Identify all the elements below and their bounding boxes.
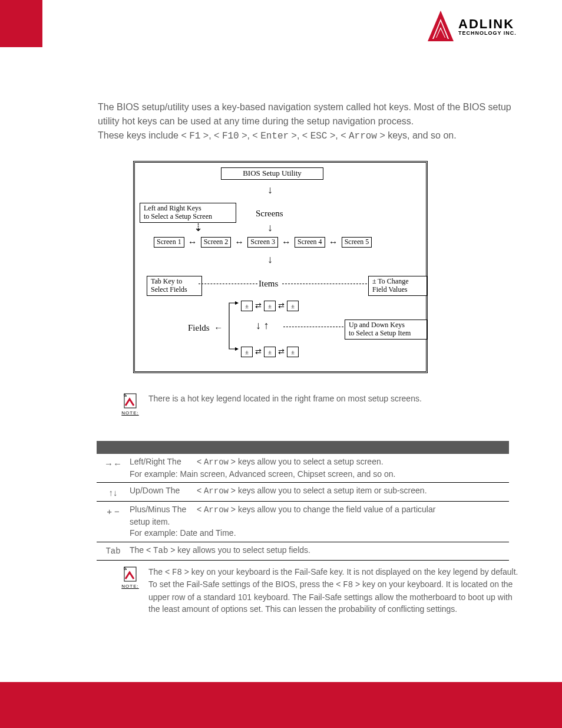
key-arrow: Arrow — [204, 505, 229, 515]
fields-row-2: ± ⇄ ± ⇄ ± — [241, 347, 299, 357]
key-f1: F1 — [189, 131, 200, 141]
key-enter: Enter — [260, 131, 289, 141]
hswap-arrow-icon: ⇄ — [278, 302, 285, 311]
row-label: Plus/Minus The — [130, 504, 194, 516]
row-example: For example: Date and Time. — [130, 528, 236, 538]
row-label: Up/Down The — [130, 485, 194, 497]
key-f8: F8 — [343, 580, 353, 589]
footer-accent — [0, 682, 562, 728]
diagram-title-box: BIOS Setup Utility — [221, 167, 323, 180]
field-cell: ± — [287, 301, 299, 311]
items-label: Items — [259, 279, 278, 289]
note-block-2: NOTE: The < F8 > key on your keyboard is… — [120, 566, 521, 615]
svg-marker-6 — [235, 347, 239, 351]
row-example: For example: Main screen, Advanced scree… — [130, 469, 395, 479]
key-esc: ESC — [310, 131, 328, 141]
hswap-arrow-icon: ↔ — [329, 237, 338, 248]
field-row-bracket — [224, 299, 239, 355]
adlink-logo: ADLINK TECHNOLOGY INC. — [428, 11, 550, 46]
screen-4-box: Screen 4 — [295, 237, 325, 248]
intro-para-2a: These keys include < — [98, 130, 189, 140]
field-cell: ± — [264, 347, 276, 357]
key-arrow: Arrow — [349, 131, 377, 141]
hswap-arrow-icon: ⇄ — [255, 302, 262, 311]
down-arrow-icon: ↓ — [267, 184, 273, 196]
key-symbol-lr: →← — [97, 456, 130, 480]
hotkey-table: →← Left/Right The < Arrow > keys allow y… — [97, 441, 509, 561]
key-symbol-tab: Tab — [97, 545, 130, 558]
screens-label: Screens — [256, 209, 283, 219]
key-f8: F8 — [172, 568, 182, 577]
screen-1-box: Screen 1 — [154, 237, 184, 248]
dotted-line — [199, 284, 257, 284]
hswap-arrow-icon: ⇄ — [278, 348, 285, 357]
key-symbol-pm: + − — [97, 504, 130, 539]
field-cell: ± — [287, 347, 299, 357]
dotted-line — [282, 284, 367, 284]
dotted-line — [283, 327, 343, 327]
hswap-arrow-icon: ↔ — [188, 237, 197, 248]
up-down-arrow-icon: ↓ ↑ — [256, 319, 269, 332]
up-down-keys-note: Up and Down Keys to Select a Setup Item — [345, 319, 427, 340]
note-icon: NOTE: — [120, 393, 140, 416]
pm-change-note: ± To Change Field Values — [368, 276, 427, 296]
intro-text: The BIOS setup/utility uses a key-based … — [98, 100, 528, 143]
key-arrow: Arrow — [204, 486, 229, 496]
key-f10: F10 — [222, 131, 239, 141]
tab-key-note: Tab Key to Select Fields — [147, 276, 202, 296]
table-header-bar — [97, 441, 509, 454]
row-label: Left/Right The — [130, 456, 194, 468]
hswap-arrow-icon: ⇄ — [255, 348, 262, 357]
hswap-arrow-icon: ↔ — [282, 237, 291, 248]
note-block-1: NOTE: There is a hot key legend located … — [120, 393, 515, 416]
screens-row: Screen 1 ↔ Screen 2 ↔ Screen 3 ↔ Screen … — [154, 237, 372, 248]
table-row: →← Left/Right The < Arrow > keys allow y… — [97, 454, 509, 483]
bios-navigation-diagram: BIOS Setup Utility ↓ Left and Right Keys… — [133, 161, 428, 373]
key-tab: Tab — [153, 546, 168, 555]
key-symbol-ud: ↑↓ — [97, 485, 130, 499]
note-1-text: There is a hot key legend located in the… — [148, 393, 422, 404]
screen-3-box: Screen 3 — [247, 237, 278, 248]
field-cell: ± — [264, 301, 276, 311]
table-row: + − Plus/Minus The < Arrow > keys allow … — [97, 502, 509, 542]
table-row: Tab The < Tab > key allows you to select… — [97, 542, 509, 561]
screen-2-box: Screen 2 — [201, 237, 232, 248]
dotted-down-icon: ⇣ — [194, 222, 203, 234]
header-accent — [0, 0, 42, 47]
note-label: NOTE: — [120, 410, 140, 416]
lr-keys-note: Left and Right Keys to Select a Setup Sc… — [140, 203, 236, 223]
fields-row-1: ± ⇄ ± ⇄ ± — [241, 301, 299, 311]
logo-subname: TECHNOLOGY INC. — [458, 31, 517, 36]
note-label: NOTE: — [120, 584, 140, 589]
logo-name: ADLINK — [458, 17, 517, 31]
screen-5-box: Screen 5 — [342, 237, 372, 248]
hswap-arrow-icon: ↔ — [234, 237, 244, 248]
intro-para-1: The BIOS setup/utility uses a key-based … — [98, 102, 511, 126]
down-arrow-icon: ↓ — [267, 222, 273, 234]
field-cell: ± — [241, 347, 253, 357]
fields-label: Fields ← — [188, 323, 223, 333]
note-2-text: The < F8 > key on your keyboard is the F… — [148, 566, 521, 615]
down-arrow-icon: ↓ — [267, 253, 273, 266]
table-row: ↑↓ Up/Down The < Arrow > keys allow you … — [97, 483, 509, 502]
field-cell: ± — [241, 301, 253, 311]
note-icon: NOTE: — [120, 566, 140, 589]
adlink-triangle-icon — [428, 11, 454, 42]
key-arrow: Arrow — [204, 457, 229, 467]
svg-marker-5 — [235, 301, 239, 305]
